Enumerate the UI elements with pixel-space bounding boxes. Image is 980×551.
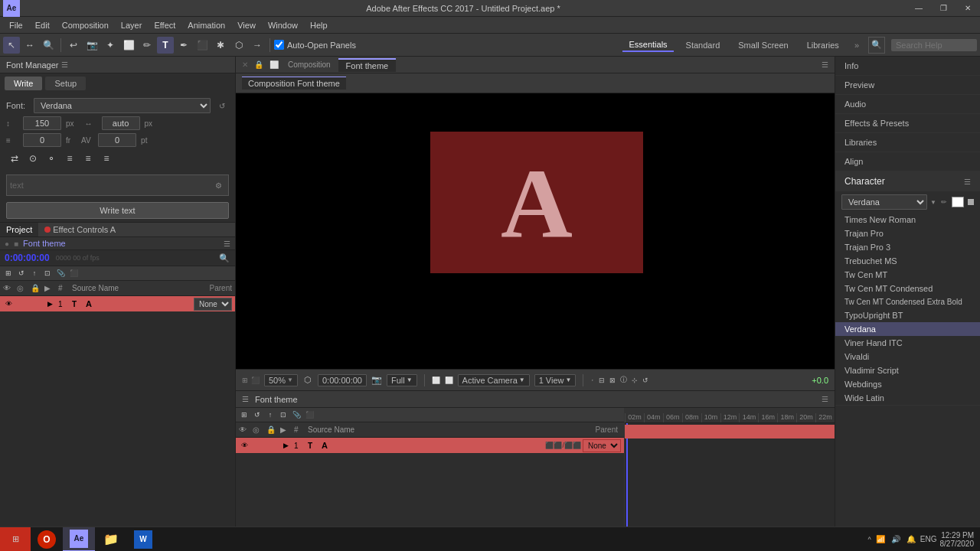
comp-panel-menu[interactable]: ☰ — [822, 60, 828, 69]
vc-preview-icon[interactable]: ⊹ — [632, 377, 638, 384]
align-center[interactable]: ≡ — [80, 150, 96, 167]
tl-btn-1[interactable]: ⊞ — [239, 409, 250, 420]
align-icon-2[interactable]: ⊙ — [24, 150, 41, 167]
tl-layer-eye[interactable]: 👁 — [239, 440, 250, 451]
right-item-audio[interactable]: Audio — [835, 95, 980, 114]
tl-btn-5[interactable]: 📎 — [291, 409, 302, 420]
tl-ctrl-2[interactable]: ↺ — [16, 268, 27, 279]
layer-lock[interactable] — [31, 298, 41, 309]
camera-dropdown[interactable]: Active Camera ▼ — [458, 374, 530, 386]
vc-camera-icon[interactable]: 📷 — [371, 375, 382, 385]
align-right[interactable]: ≡ — [98, 150, 115, 167]
tl-panel-menu[interactable]: ☰ — [822, 395, 828, 403]
workspace-libraries[interactable]: Libraries — [801, 39, 845, 51]
font-item-vladimir[interactable]: Vladimir Script — [835, 364, 980, 377]
taskbar-volume-icon[interactable]: 🔊 — [890, 533, 902, 546]
tl-layer-collapse-btn[interactable]: ▶ — [280, 440, 291, 451]
start-button[interactable]: ⊞ — [0, 527, 31, 552]
vc-guides-icon[interactable]: ⊟ — [599, 377, 605, 384]
tl-btn-4[interactable]: ⊡ — [278, 409, 289, 420]
layer-visibility[interactable]: 👁 — [3, 298, 14, 309]
vc-frame-controls[interactable]: ⊞ ⬛ — [242, 377, 260, 384]
vc-reset-icon[interactable]: ↺ — [642, 377, 648, 384]
comp-lock-icon[interactable]: 🔒 — [254, 60, 263, 69]
font-item-vivaldi[interactable]: Vivaldi — [835, 350, 980, 364]
quality-dropdown[interactable]: Full ▼ — [387, 374, 417, 386]
search-icon-btn[interactable]: 🔍 — [868, 37, 885, 54]
taskbar-aftereffects[interactable]: Ae — [63, 527, 95, 552]
tl-btn-2[interactable]: ↺ — [252, 409, 263, 420]
close-button[interactable]: ✕ — [956, 0, 980, 17]
menu-edit[interactable]: Edit — [29, 19, 56, 31]
menu-file[interactable]: File — [3, 19, 29, 31]
char-style-icon[interactable]: ✏ — [941, 198, 947, 206]
vc-snap-icon[interactable]: ⬡ — [302, 375, 313, 386]
comp-close-icon[interactable]: ✕ — [242, 60, 248, 69]
font-item-typoupright[interactable]: TypoUpright BT — [835, 308, 980, 322]
tool-puppet[interactable]: ✦ — [102, 37, 119, 54]
tl-ctrl-3[interactable]: ↑ — [29, 268, 40, 279]
vc-alpha-icon[interactable]: ⬜ — [445, 377, 453, 384]
tool-text[interactable]: T — [157, 37, 174, 54]
font-item-times[interactable]: Times New Roman — [835, 213, 980, 227]
tl-menu[interactable]: ☰ — [242, 395, 249, 403]
character-menu-icon[interactable]: ☰ — [964, 178, 971, 186]
tab-write[interactable]: Write — [5, 77, 42, 90]
menu-help[interactable]: Help — [304, 19, 334, 31]
vc-resolution-icon[interactable]: ⬜ — [432, 377, 440, 384]
timecode-display-vc[interactable]: 0:00:00:00 — [318, 374, 367, 386]
tl-parent-select[interactable]: None — [583, 439, 621, 452]
right-item-preview[interactable]: Preview — [835, 76, 980, 95]
taskbar-opera[interactable]: O — [31, 527, 63, 552]
workspace-small-screen[interactable]: Small Screen — [732, 39, 794, 51]
tool-roto[interactable]: ⬡ — [230, 37, 247, 54]
tool-hand[interactable]: ↔ — [21, 37, 38, 54]
tl-ctrl-6[interactable]: ⬛ — [68, 268, 79, 279]
font-item-trajan[interactable]: Trajan Pro — [835, 227, 980, 240]
align-icon-3[interactable]: ⚬ — [43, 150, 60, 167]
viewer-tab[interactable]: Composition Font theme — [242, 77, 346, 90]
tracking-input[interactable] — [102, 116, 140, 130]
auto-open-checkbox[interactable] — [274, 40, 284, 50]
tool-brush[interactable]: ✒ — [175, 37, 192, 54]
tl-playhead[interactable] — [626, 423, 628, 534]
tool-rect[interactable]: ⬜ — [120, 37, 137, 54]
tool-select[interactable]: ↖ — [3, 37, 20, 54]
right-item-libraries[interactable]: Libraries — [835, 133, 980, 152]
taskbar-up-arrow[interactable]: ^ — [868, 536, 871, 543]
minimize-button[interactable]: — — [906, 0, 931, 17]
layer-collapse[interactable]: ▶ — [44, 298, 55, 309]
search-input[interactable] — [896, 41, 972, 50]
menu-view[interactable]: View — [231, 19, 262, 31]
tab-project[interactable]: Project — [0, 223, 38, 236]
char-color-overlay[interactable] — [968, 199, 974, 205]
write-text-button[interactable]: Write text — [6, 202, 229, 219]
views-dropdown[interactable]: 1 View ▼ — [534, 374, 577, 386]
taskbar-word[interactable]: W — [127, 527, 159, 552]
right-item-align[interactable]: Align — [835, 152, 980, 171]
workspace-expand[interactable]: » — [851, 41, 862, 50]
tab-setup[interactable]: Setup — [45, 77, 86, 90]
layer-solo[interactable] — [17, 298, 28, 309]
workspace-standard[interactable]: Standard — [680, 39, 727, 51]
right-item-info[interactable]: Info — [835, 57, 980, 76]
tool-rotation[interactable]: ↩ — [65, 37, 82, 54]
menu-composition[interactable]: Composition — [56, 19, 115, 31]
font-item-twcen-cond[interactable]: Tw Cen MT Condensed — [835, 282, 980, 295]
taskbar-explorer[interactable]: 📁 — [95, 527, 127, 552]
taskbar-notification-icon[interactable]: 🔔 — [905, 533, 917, 546]
font-item-twcen-cond-extra[interactable]: Tw Cen MT Condensed Extra Bold — [835, 295, 980, 308]
tool-pen[interactable]: ✏ — [139, 37, 155, 54]
zoom-dropdown[interactable]: 50% ▼ — [264, 374, 298, 386]
tl-layer-bar[interactable] — [625, 425, 835, 439]
align-icon-1[interactable]: ⇄ — [6, 150, 23, 167]
tl-layer-row-1[interactable]: 👁 ▶ 1 T A ⬛⬛/⬛⬛ None — [236, 438, 624, 453]
tool-camera[interactable]: 📷 — [83, 37, 100, 54]
tl-ctrl-1[interactable]: ⊞ — [3, 268, 14, 279]
refresh-icon[interactable]: ↺ — [215, 99, 229, 112]
tl-btn-6[interactable]: ⬛ — [304, 409, 315, 420]
kerning-input[interactable] — [98, 133, 136, 147]
line-spacing-input[interactable] — [23, 133, 61, 147]
tl-ctrl-5[interactable]: 📎 — [55, 268, 66, 279]
layer-parent-select[interactable]: None — [194, 298, 232, 311]
